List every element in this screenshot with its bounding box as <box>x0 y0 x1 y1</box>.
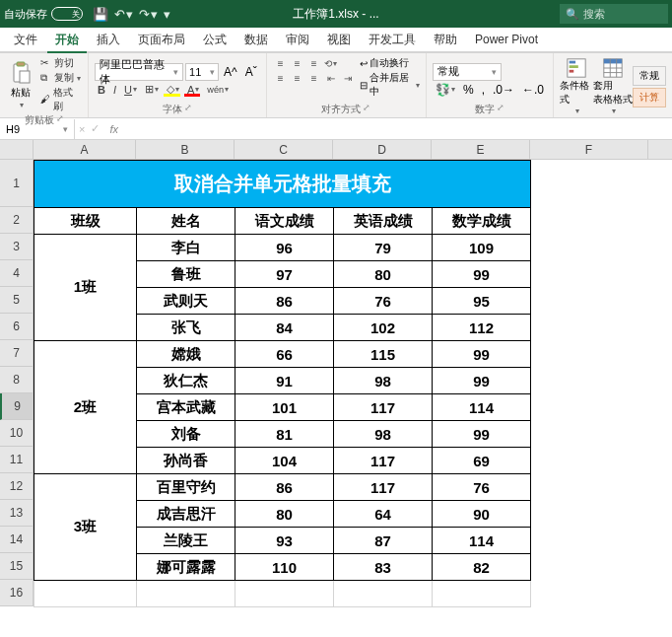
tab-review[interactable]: 审阅 <box>278 28 317 51</box>
align-bottom-icon[interactable]: ≡ <box>306 56 322 70</box>
row-header[interactable]: 13 <box>0 500 34 527</box>
align-left-icon[interactable]: ≡ <box>273 71 289 85</box>
cell[interactable]: 张飞 <box>137 315 235 341</box>
tab-view[interactable]: 视图 <box>319 28 359 51</box>
select-all-corner[interactable] <box>0 140 34 159</box>
cell[interactable]: 104 <box>235 448 334 474</box>
formula-input[interactable] <box>126 119 672 139</box>
name-box[interactable]: H9▾ <box>0 119 75 139</box>
format-painter-button[interactable]: 🖌格式刷 <box>40 86 82 113</box>
cell[interactable]: 姓名 <box>137 208 235 235</box>
row-header[interactable]: 8 <box>0 367 34 393</box>
tab-pagelayout[interactable]: 页面布局 <box>130 28 193 51</box>
fx-icon[interactable]: fx <box>109 123 118 135</box>
row-header[interactable]: 11 <box>0 447 34 473</box>
redo-icon[interactable]: ↷▾ <box>139 7 158 22</box>
cell[interactable]: 114 <box>433 528 531 554</box>
cell[interactable]: 97 <box>235 261 334 288</box>
tab-home[interactable]: 开始 <box>47 28 87 53</box>
cell[interactable] <box>433 581 531 607</box>
decrease-decimal-icon[interactable]: ←.0 <box>519 83 547 97</box>
bold-button[interactable]: B <box>95 84 108 96</box>
undo-icon[interactable]: ↶▾ <box>114 7 133 22</box>
cell[interactable] <box>34 581 137 607</box>
cell[interactable]: 99 <box>433 261 531 288</box>
cell[interactable]: 武则天 <box>137 288 235 315</box>
accounting-format-icon[interactable]: 💱▾ <box>433 83 458 97</box>
autosave-control[interactable]: 自动保存 关 <box>4 7 83 22</box>
cell-style-normal[interactable]: 常规 <box>633 66 666 86</box>
cell[interactable]: 115 <box>334 341 433 368</box>
cell[interactable]: 86 <box>235 474 334 501</box>
fill-color-button[interactable]: ◇▾ <box>164 83 182 96</box>
cell[interactable]: 刘备 <box>137 421 235 448</box>
cell[interactable]: 76 <box>433 474 531 501</box>
font-size-combo[interactable]: 11▾ <box>185 63 219 81</box>
dialog-launcher-icon[interactable]: ⤢ <box>497 103 504 116</box>
cell[interactable]: 109 <box>433 235 531 261</box>
cell[interactable]: 84 <box>235 315 334 341</box>
cell[interactable] <box>334 581 433 607</box>
row-header[interactable]: 9 <box>0 393 34 420</box>
tab-powerpivot[interactable]: Power Pivot <box>467 28 546 51</box>
cell[interactable]: 娜可露露 <box>137 554 235 581</box>
cell[interactable]: 李白 <box>137 235 235 261</box>
cell[interactable]: 兰陵王 <box>137 528 235 554</box>
cell[interactable]: 81 <box>235 421 334 448</box>
cell[interactable]: 狄仁杰 <box>137 368 235 394</box>
cell[interactable]: 64 <box>334 501 433 528</box>
number-format-combo[interactable]: 常规▾ <box>433 63 502 81</box>
row-header[interactable]: 10 <box>0 420 34 447</box>
cell[interactable]: 76 <box>334 288 433 315</box>
cell[interactable]: 98 <box>334 421 433 448</box>
save-icon[interactable]: 💾 <box>93 7 108 22</box>
merge-center-button[interactable]: ⊟合并后居中▾ <box>360 71 420 99</box>
tab-formulas[interactable]: 公式 <box>195 28 235 51</box>
cut-button[interactable]: ✂剪切 <box>40 56 82 70</box>
row-header[interactable]: 6 <box>0 314 34 340</box>
cell[interactable]: 114 <box>433 394 531 421</box>
cell[interactable]: 99 <box>433 341 531 368</box>
phonetic-button[interactable]: wén▾ <box>204 85 232 95</box>
cell[interactable]: 90 <box>433 501 531 528</box>
col-header-e[interactable]: E <box>432 140 530 159</box>
dialog-launcher-icon[interactable]: ⤢ <box>184 103 192 116</box>
search-box[interactable]: 🔍 搜索 <box>560 4 668 24</box>
cell[interactable]: 鲁班 <box>137 261 235 288</box>
align-center-icon[interactable]: ≡ <box>290 71 305 85</box>
tab-help[interactable]: 帮助 <box>426 28 465 51</box>
cell[interactable]: 66 <box>235 341 334 368</box>
cell[interactable]: 83 <box>334 554 433 581</box>
row-header[interactable]: 1 <box>0 160 34 207</box>
percent-format-icon[interactable]: % <box>460 83 477 97</box>
orientation-icon[interactable]: ⟲▾ <box>323 56 339 70</box>
decrease-font-icon[interactable]: Aˇ <box>242 65 260 79</box>
row-header[interactable]: 16 <box>0 580 34 606</box>
tab-file[interactable]: 文件 <box>6 28 45 51</box>
cell[interactable]: 取消合并单元格批量填充 <box>34 161 531 208</box>
cell[interactable]: 百里守约 <box>137 474 235 501</box>
tab-developer[interactable]: 开发工具 <box>361 28 424 51</box>
cell[interactable]: 2班 <box>34 341 137 474</box>
cell[interactable]: 3班 <box>34 474 137 581</box>
cell[interactable]: 102 <box>334 315 433 341</box>
increase-font-icon[interactable]: A^ <box>221 65 240 79</box>
align-right-icon[interactable]: ≡ <box>306 71 322 85</box>
cell[interactable]: 80 <box>334 261 433 288</box>
cell[interactable]: 80 <box>235 501 334 528</box>
conditional-format-button[interactable]: 条件格式▾ <box>560 57 593 115</box>
cell[interactable]: 110 <box>235 554 334 581</box>
cell[interactable]: 数学成绩 <box>433 208 531 235</box>
cell[interactable]: 嫦娥 <box>137 341 235 368</box>
font-name-combo[interactable]: 阿里巴巴普惠体▾ <box>95 63 183 81</box>
cell[interactable]: 98 <box>334 368 433 394</box>
paste-button[interactable]: 粘贴 ▾ <box>6 61 36 109</box>
col-header-b[interactable]: B <box>136 140 235 159</box>
cell[interactable]: 英语成绩 <box>334 208 433 235</box>
cell[interactable]: 82 <box>433 554 531 581</box>
cell[interactable]: 93 <box>235 528 334 554</box>
cell[interactable]: 117 <box>334 448 433 474</box>
autosave-toggle[interactable]: 关 <box>51 7 83 21</box>
decrease-indent-icon[interactable]: ⇤ <box>323 71 339 85</box>
cell[interactable]: 86 <box>235 288 334 315</box>
